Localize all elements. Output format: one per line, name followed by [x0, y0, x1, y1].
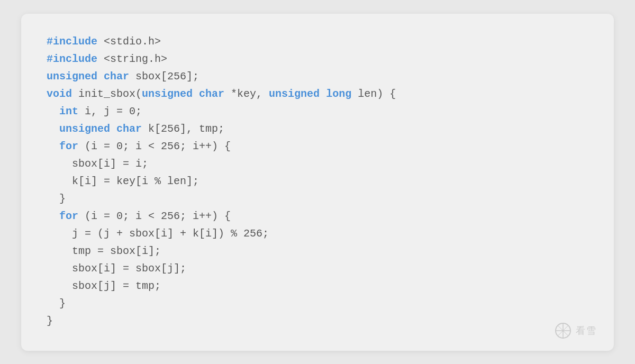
- keyword-token: char: [104, 70, 129, 83]
- code-line: #include <string.h>: [47, 50, 588, 68]
- plain-token: [47, 123, 59, 135]
- keyword-token: for: [59, 210, 78, 222]
- keyword-token: char: [116, 123, 142, 135]
- plain-token: init_sbox(: [72, 88, 142, 100]
- code-line: unsigned char k[256], tmp;: [47, 120, 588, 138]
- code-line: unsigned char sbox[256];: [47, 68, 588, 85]
- plain-token: sbox[j] = tmp;: [47, 280, 161, 292]
- code-line: }: [47, 295, 588, 312]
- keyword-token: void: [47, 88, 72, 100]
- plain-token: }: [47, 297, 66, 310]
- keyword-token: unsigned: [269, 88, 320, 100]
- keyword-token: for: [59, 140, 78, 152]
- plain-token: k[256], tmp;: [142, 123, 224, 135]
- plain-token: [110, 123, 116, 135]
- keyword-token: #include: [47, 53, 97, 65]
- code-line: for (i = 0; i < 256; i++) {: [47, 207, 588, 225]
- plain-token: (i = 0; i < 256; i++) {: [78, 210, 231, 222]
- code-line: k[i] = key[i % len];: [47, 172, 588, 190]
- plain-token: len) {: [351, 88, 396, 100]
- code-line: void init_sbox(unsigned char *key, unsig…: [47, 85, 588, 103]
- plain-token: [97, 70, 104, 83]
- code-block: #include <stdio.h>#include <string.h>uns…: [47, 33, 588, 330]
- keyword-token: long: [326, 88, 351, 100]
- code-line: sbox[i] = sbox[j];: [47, 260, 588, 277]
- code-line: int i, j = 0;: [47, 103, 588, 120]
- plain-token: sbox[i] = sbox[j];: [47, 262, 186, 275]
- code-line: for (i = 0; i < 256; i++) {: [47, 138, 588, 155]
- keyword-token: #include: [47, 35, 97, 48]
- plain-token: }: [47, 315, 53, 327]
- code-line: #include <stdio.h>: [47, 33, 588, 50]
- code-line: j = (j + sbox[i] + k[i]) % 256;: [47, 225, 588, 242]
- code-line: }: [47, 312, 588, 330]
- plain-token: sbox[i] = i;: [47, 158, 148, 170]
- watermark-label: 看雪: [576, 324, 597, 337]
- keyword-token: int: [59, 105, 78, 117]
- plain-token: [193, 88, 199, 100]
- plain-token: *key,: [224, 88, 269, 100]
- plain-token: (i = 0; i < 256; i++) {: [78, 140, 231, 152]
- plain-token: k[i] = key[i % len];: [47, 175, 199, 187]
- watermark: 看雪: [555, 322, 597, 339]
- keyword-token: char: [199, 88, 224, 100]
- plain-token: [320, 88, 326, 100]
- code-container: #include <stdio.h>#include <string.h>uns…: [21, 14, 614, 351]
- plain-token: j = (j + sbox[i] + k[i]) % 256;: [47, 228, 269, 240]
- plain-token: <string.h>: [97, 53, 167, 65]
- code-line: }: [47, 190, 588, 207]
- plain-token: [47, 210, 59, 222]
- watermark-icon: [555, 322, 572, 339]
- plain-token: sbox[256];: [129, 70, 199, 83]
- keyword-token: unsigned: [142, 88, 193, 100]
- plain-token: i, j = 0;: [78, 105, 142, 117]
- plain-token: [47, 105, 59, 117]
- keyword-token: unsigned: [59, 123, 110, 135]
- plain-token: [47, 140, 59, 152]
- keyword-token: unsigned: [47, 70, 97, 83]
- code-line: sbox[i] = i;: [47, 155, 588, 172]
- plain-token: }: [47, 193, 66, 205]
- plain-token: <stdio.h>: [97, 35, 161, 48]
- plain-token: tmp = sbox[i];: [47, 245, 161, 257]
- code-line: tmp = sbox[i];: [47, 242, 588, 260]
- code-line: sbox[j] = tmp;: [47, 277, 588, 295]
